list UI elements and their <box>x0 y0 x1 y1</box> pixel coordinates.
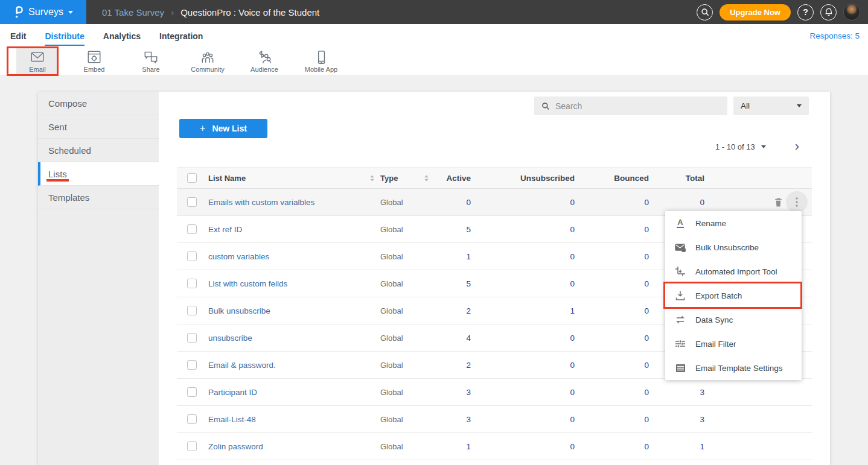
list-name-link[interactable]: custom variables <box>208 252 380 261</box>
unsubscribed-count[interactable]: 0 <box>479 252 582 261</box>
menu-item-email-filter[interactable]: Email Filter <box>665 332 802 356</box>
column-header-unsubscribed[interactable]: Unsubscribed <box>479 174 582 183</box>
list-name-link[interactable]: Email & password. <box>208 361 380 370</box>
bounced-count[interactable]: 0 <box>582 225 657 234</box>
active-count[interactable]: 3 <box>435 415 479 424</box>
surveys-menu[interactable]: Surveys <box>0 0 86 24</box>
delete-list-icon[interactable] <box>773 197 783 207</box>
menu-item-export-batch[interactable]: Export Batch <box>665 283 802 308</box>
unsubscribed-count[interactable]: 0 <box>479 388 582 397</box>
unsubscribed-count[interactable]: 0 <box>479 415 582 424</box>
bounced-count[interactable]: 0 <box>582 334 657 343</box>
sort-icon[interactable] <box>369 174 375 182</box>
row-checkbox[interactable] <box>187 306 197 315</box>
column-header-bounced[interactable]: Bounced <box>582 174 657 183</box>
sidebar-item-sent[interactable]: Sent <box>38 115 159 139</box>
active-count[interactable]: 5 <box>435 225 479 234</box>
row-checkbox[interactable] <box>187 387 197 397</box>
column-header-total[interactable]: Total <box>657 174 712 183</box>
row-checkbox[interactable] <box>187 441 197 451</box>
tab-distribute[interactable]: Distribute <box>45 25 84 46</box>
row-menu-button[interactable] <box>786 191 808 213</box>
list-name-link[interactable]: Ext ref ID <box>208 225 380 234</box>
menu-item-bulk-unsubscribe[interactable]: Bulk Unsubscribe <box>665 235 802 259</box>
tab-analytics[interactable]: Analytics <box>103 25 141 46</box>
list-search-input[interactable] <box>555 101 720 111</box>
tab-edit[interactable]: Edit <box>10 25 26 46</box>
unsubscribed-count[interactable]: 0 <box>479 279 582 288</box>
row-checkbox[interactable] <box>187 360 197 370</box>
breadcrumb-survey-link[interactable]: 01 Take Survey <box>102 7 164 17</box>
active-count[interactable]: 5 <box>435 279 479 288</box>
tool-audience[interactable]: Audience <box>243 47 286 75</box>
bounced-count[interactable]: 0 <box>582 361 657 370</box>
active-count[interactable]: 4 <box>435 334 479 343</box>
sidebar-item-lists[interactable]: Lists <box>38 162 159 186</box>
unsubscribed-count[interactable]: 0 <box>479 334 582 343</box>
upgrade-now-button[interactable]: Upgrade Now <box>720 4 791 21</box>
total-count[interactable]: 0 <box>657 198 712 207</box>
bounced-count[interactable]: 0 <box>582 279 657 288</box>
sidebar-item-scheduled[interactable]: Scheduled <box>38 139 159 162</box>
total-count[interactable]: 3 <box>657 415 712 424</box>
bounced-count[interactable]: 0 <box>582 415 657 424</box>
list-name-link[interactable]: Emails with custom varialbles <box>208 198 380 207</box>
unsubscribed-count[interactable]: 0 <box>479 225 582 234</box>
unsubscribed-count[interactable]: 0 <box>479 361 582 370</box>
list-name-link[interactable]: List with custom feilds <box>208 279 380 288</box>
row-checkbox[interactable] <box>187 251 197 261</box>
active-count[interactable]: 2 <box>435 306 479 315</box>
bounced-count[interactable]: 0 <box>582 198 657 207</box>
sidebar-item-templates[interactable]: Templates <box>38 186 159 209</box>
row-checkbox[interactable] <box>187 414 197 424</box>
column-header-type[interactable]: Type <box>380 174 398 183</box>
column-header-list-name[interactable]: List Name <box>208 174 246 183</box>
list-filter-dropdown[interactable]: All <box>733 96 809 115</box>
responses-count[interactable]: Responses: 5 <box>809 31 868 40</box>
active-count[interactable]: 3 <box>435 388 479 397</box>
unsubscribed-count[interactable]: 0 <box>479 198 582 207</box>
bounced-count[interactable]: 0 <box>582 442 657 451</box>
active-count[interactable]: 0 <box>435 198 479 207</box>
bounced-count[interactable]: 0 <box>582 388 657 397</box>
tab-integration[interactable]: Integration <box>159 25 203 46</box>
help-icon[interactable]: ? <box>797 4 814 21</box>
tool-share[interactable]: Share <box>130 47 172 75</box>
list-name-link[interactable]: Email-List-48 <box>208 415 380 424</box>
unsubscribed-count[interactable]: 1 <box>479 306 582 315</box>
tool-mobile-app[interactable]: Mobile App <box>300 47 342 75</box>
tool-email[interactable]: Email <box>16 47 59 75</box>
list-name-link[interactable]: Zolin password <box>208 442 380 451</box>
pagination-dropdown-icon[interactable] <box>761 145 766 148</box>
search-icon[interactable] <box>697 4 713 21</box>
unsubscribed-count[interactable]: 0 <box>479 442 582 451</box>
menu-item-rename[interactable]: A Rename <box>665 211 802 235</box>
select-all-checkbox[interactable] <box>187 173 197 183</box>
menu-item-automated-import-tool[interactable]: Automated Import Tool <box>665 259 802 283</box>
bounced-count[interactable]: 0 <box>582 252 657 261</box>
menu-item-data-sync[interactable]: Data Sync <box>665 308 802 332</box>
tool-embed[interactable]: Embed <box>73 47 115 75</box>
bounced-count[interactable]: 0 <box>582 306 657 315</box>
user-avatar[interactable] <box>843 4 860 21</box>
row-checkbox[interactable] <box>187 197 197 207</box>
menu-item-email-template-settings[interactable]: Email Template Settings <box>665 356 802 380</box>
new-list-button[interactable]: + New List <box>179 119 267 138</box>
total-count[interactable]: 1 <box>657 442 712 451</box>
row-checkbox[interactable] <box>187 279 197 288</box>
row-checkbox[interactable] <box>187 333 197 343</box>
sidebar-item-compose[interactable]: Compose <box>38 92 159 115</box>
next-page-icon[interactable]: › <box>795 141 799 152</box>
column-header-active[interactable]: Active <box>435 174 479 183</box>
active-count[interactable]: 1 <box>435 442 479 451</box>
active-count[interactable]: 1 <box>435 252 479 261</box>
active-count[interactable]: 2 <box>435 361 479 370</box>
notifications-bell-icon[interactable] <box>820 4 837 21</box>
list-name-link[interactable]: Participant ID <box>208 388 380 397</box>
list-name-link[interactable]: unsubscribe <box>208 334 380 343</box>
sort-icon[interactable] <box>424 174 429 182</box>
list-name-link[interactable]: Bulk unsubscribe <box>208 306 380 315</box>
total-count[interactable]: 3 <box>657 388 712 397</box>
row-checkbox[interactable] <box>187 224 197 234</box>
pagination-range[interactable]: 1 - 10 of 13 <box>715 142 755 151</box>
